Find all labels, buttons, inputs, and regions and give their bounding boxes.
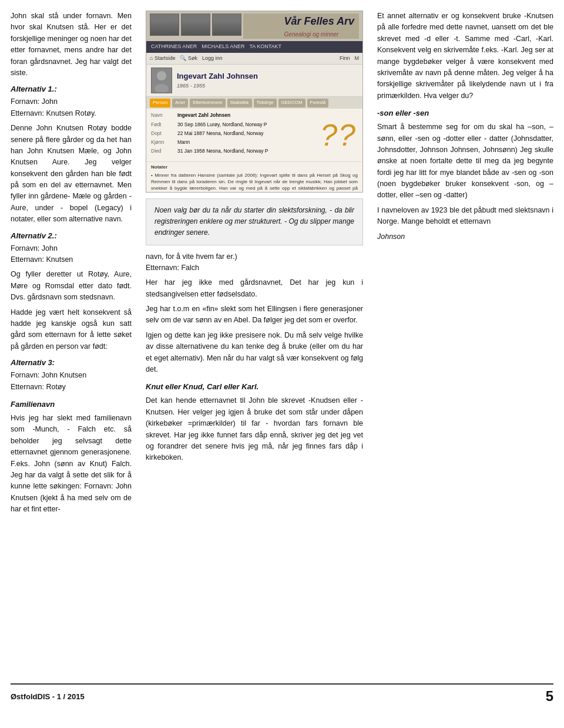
label-fodt: Født [151,121,177,129]
person-name-area: Ingevart Zahl Johnsen 1865 - 1955 [177,70,258,90]
familienavn-heading: Familienavn [11,399,132,410]
footer-right: 5 [546,688,553,705]
toolbar-login: Logg inn [202,55,223,63]
johnson-text: Johnson [377,232,405,241]
knut-heading: Knut eller Knud, Carl eller Karl. [146,381,363,393]
svg-point-0 [157,71,166,80]
notes-area: Notater • Minner fra datteren Hansine (s… [146,161,362,193]
footer-left: ØstfoldDIS - 1 / 2015 [11,692,85,701]
nav-kontakt: TA KONTAKT [249,43,281,51]
qmark-1: ? [320,120,337,150]
value-navn: Ingevart Zahl Johnsen [177,112,230,119]
value-kjonn: Mann [177,139,190,146]
form-row-kjonn: Kjønn Mann [151,139,313,146]
main-content: John skal stå under fornavn. Men hvor sk… [11,11,553,673]
footer: ØstfoldDIS - 1 / 2015 5 [11,683,553,705]
form-row-dopt: Dopt 22 Mai 1887 Nesna, Nordland, Norway [151,130,313,137]
alt1-text: Fornavn: JohnEtternavn: Knutsen Rotøy. [11,96,132,119]
johnson-word: Johnson [377,231,553,242]
right-column: Et annet alternativ er og konsekvent bru… [369,11,553,673]
alt2-heading: Alternativ 2.: [11,230,132,242]
notes-text: • Minner fra datteren Hansine (samtale j… [151,173,358,193]
familienavn-body: Hvis jeg har slekt med familienavn som -… [11,413,132,515]
person-header: Ingevart Zahl Johnsen 1865 - 1955 [146,65,362,97]
alt3-heading-text: Alternativ 3: [11,358,55,367]
alt1-heading-text: Alternativ 1.: [11,85,57,93]
tab-gedcom: GEDCOM [278,99,306,107]
son-heading-text: -son eller -sen [377,109,429,117]
person-dates: 1865 - 1955 [177,82,258,90]
mid-para3: Jeg har t.o.m en «fin» slekt som het Ell… [146,304,363,326]
nav-michaels: MICHAELS ANER [202,43,244,51]
site-logo-sub: Genealogi og minner [284,30,354,39]
middle-column: Vår Felles Arv Genealogi og minner CATHR… [140,11,369,673]
value-fodt: 30 Sep 1865 Lurøy, Nordland, Norway P [177,121,267,129]
alt2-body: Og fyller deretter ut Rotøy, Aure, Møre … [11,269,132,303]
intro-text: John skal stå under fornavn. Men hvor sk… [11,11,132,79]
toolbar-sek: 🔍 Søk [180,55,197,63]
value-died: 31 Jan 1958 Nesna, Nordland, Norway P [177,147,268,155]
knut-body: Det kan hende etternavnet til John ble s… [146,395,363,463]
son-body2: I navneloven av 1923 ble det påbudt med … [377,205,553,228]
site-logo-title: Vår Felles Arv [284,14,354,30]
value-dopt: 22 Mai 1887 Nesna, Nordland, Norway [177,130,263,137]
screenshot-area: Vår Felles Arv Genealogi og minner CATHR… [146,11,363,193]
person-photo [151,68,172,93]
site-tabs: Person Aner Etterkommere Statistikk Tids… [146,97,362,109]
alt3-heading: Alternativ 3: [11,357,132,369]
tab-tidslinje: Tidslinje [254,99,277,107]
highlight-text: Noen valg bør du ta når du starter din s… [155,206,354,237]
son-body: Smart å bestemme seg for om du skal ha –… [377,122,553,201]
form-row-died: Died 31 Jan 1958 Nesna, Nordland, Norway… [151,147,313,155]
photos-strip: Vår Felles Arv Genealogi og minner [146,11,362,41]
person-name: Ingevart Zahl Johnsen [177,70,258,82]
photo-2 [181,14,210,36]
site-form-area: Navn Ingevart Zahl Johnsen Født 30 Sep 1… [146,109,362,161]
page-wrapper: John skal stå under fornavn. Men hvor sk… [0,0,564,728]
label-died: Died [151,147,177,155]
tab-etterkommere: Etterkommere [190,99,225,107]
alt1-body: Denne John Knutsen Rotøy bodde senere på… [11,123,132,225]
photo-3 [212,14,241,36]
question-marks-area: ? ? [318,112,358,159]
toolbar-startside: ⌂ Startside [150,55,175,63]
toolbar-m: M [355,55,360,63]
site-toolbar: ⌂ Startside 🔍 Søk Logg inn Finn M [146,53,362,65]
tab-foresla: Foreslå [307,99,329,107]
right-para1: Et annet alternativ er og konsekvent bru… [377,11,553,102]
knut-heading-text: Knut eller Knud, Carl eller Karl. [146,382,258,391]
mid-para1: navn, for å vite hvem far er.)Etternavn:… [146,251,363,274]
son-heading: -son eller -sen [377,107,553,119]
tab-person: Person [150,99,170,107]
highlight-box: Noen valg bør du ta når du starter din s… [146,198,363,245]
alt2-heading-text: Alternativ 2.: [11,231,57,240]
form-row-navn: Navn Ingevart Zahl Johnsen [151,112,313,119]
form-row-fodt: Født 30 Sep 1865 Lurøy, Nordland, Norway… [151,121,313,129]
alt1-heading: Alternativ 1.: [11,83,132,95]
nav-cathrines: CATHRINES ANER [151,43,197,51]
alt2-body2: Hadde jeg vært helt konsekvent så hadde … [11,307,132,353]
label-kjonn: Kjønn [151,139,177,146]
svg-point-1 [155,84,169,92]
site-form-left: Navn Ingevart Zahl Johnsen Født 30 Sep 1… [151,112,313,159]
site-nav-bar: CATHRINES ANER MICHAELS ANER TA KONTAKT [146,41,362,53]
alt3-text: Fornavn: John KnutsenEtternavn: Rotøy [11,370,132,393]
notes-label: Notater [151,164,358,170]
alt2-text: Fornavn: JohnEtternavn: Knutsen [11,243,132,266]
label-navn: Navn [151,112,177,119]
toolbar-finn: Finn [340,55,350,63]
tab-aner: Aner [172,99,188,107]
photo-1 [150,14,179,36]
mid-para2: Her har jeg ikke med gårdsnavnet, Det ha… [146,277,363,300]
left-column: John skal stå under fornavn. Men hvor sk… [11,11,140,673]
tab-statistikk: Statistikk [227,99,252,107]
label-dopt: Dopt [151,130,177,137]
qmark-2: ? [338,120,355,150]
mid-para4: Igjen og dette kan jeg ikke presisere no… [146,330,363,376]
